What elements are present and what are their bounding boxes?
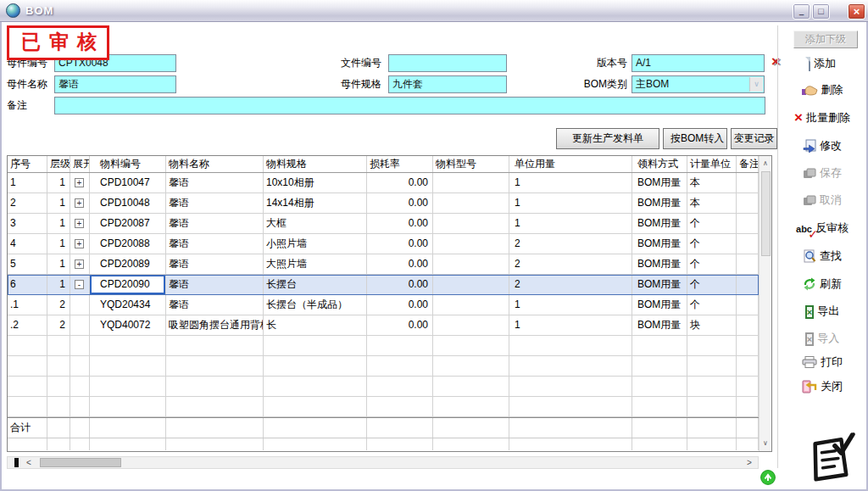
cell-level: 1 bbox=[47, 275, 70, 294]
cell-level: 1 bbox=[47, 234, 70, 254]
cell-loss: 0.00 bbox=[367, 315, 433, 335]
expand-icon[interactable]: + bbox=[75, 219, 84, 228]
parent-spec-field[interactable]: 九件套 bbox=[388, 75, 507, 93]
expand-icon[interactable]: + bbox=[75, 259, 84, 269]
empty-cell bbox=[632, 377, 687, 396]
table-row[interactable]: .12YQD20434馨语长摆台（半成品）0.001BOM用量个 bbox=[8, 295, 759, 315]
expand-icon[interactable]: + bbox=[75, 239, 84, 248]
cell-remark bbox=[737, 234, 759, 254]
column-header-qty[interactable]: 单位用量 bbox=[509, 156, 632, 172]
column-header-mode[interactable]: 领料方式 bbox=[632, 156, 687, 172]
cell-level: 1 bbox=[47, 193, 70, 213]
sidebar-button-batch-delete-x[interactable]: ×批量删除 bbox=[778, 109, 866, 127]
cell-spec: 14x14相册 bbox=[264, 193, 367, 213]
table-row[interactable]: 51+CPD20089馨语大照片墙0.002BOM用量个 bbox=[8, 254, 759, 275]
column-header-code[interactable]: 物料编号 bbox=[90, 156, 166, 172]
cell-expand: + bbox=[70, 214, 90, 233]
sidebar-button-unapprove-abc[interactable]: abc✓反审核 bbox=[778, 219, 866, 237]
empty-cell bbox=[166, 397, 264, 416]
filler-cell bbox=[687, 438, 737, 450]
sidebar-button-find-magnifier[interactable]: 查找 bbox=[778, 247, 866, 265]
footer-cell bbox=[70, 418, 90, 438]
empty-cell bbox=[367, 377, 433, 396]
sidebar-button-modify-arrow[interactable]: 修改 bbox=[778, 137, 866, 155]
expand-icon[interactable]: + bbox=[75, 198, 84, 208]
table-row[interactable]: 61-CPD20090馨语长摆台0.002BOM用量个 bbox=[8, 275, 759, 295]
import-excel-icon: × bbox=[805, 332, 814, 345]
column-header-name[interactable]: 物料名称 bbox=[166, 156, 264, 172]
cell-remark bbox=[737, 254, 759, 274]
cell-name: 馨语 bbox=[166, 254, 264, 274]
cell-mode: BOM用量 bbox=[632, 173, 687, 192]
sidebar-button-save-gray: 保存 bbox=[778, 164, 866, 182]
cell-qty: 1 bbox=[509, 295, 632, 315]
empty-cell bbox=[70, 336, 90, 355]
cell-mode: BOM用量 bbox=[632, 254, 687, 274]
horizontal-scroll-thumb[interactable] bbox=[40, 458, 121, 467]
sidebar-button-label: 反审核 bbox=[815, 220, 849, 236]
column-header-model[interactable]: 物料型号 bbox=[433, 156, 509, 172]
sidebar-button-delete-hand[interactable]: 删除 bbox=[778, 81, 866, 99]
empty-cell bbox=[264, 377, 367, 396]
add-child-button: 添加下级 bbox=[793, 31, 858, 48]
version-field[interactable]: A/1 bbox=[632, 54, 765, 72]
collapse-icon[interactable]: - bbox=[75, 280, 84, 289]
cell-mode: BOM用量 bbox=[632, 214, 687, 233]
remark-field[interactable] bbox=[54, 97, 765, 114]
parent-name-field[interactable]: 馨语 bbox=[54, 75, 176, 93]
bom-convert-button[interactable]: 按BOM转入 bbox=[663, 128, 727, 149]
column-header-loss[interactable]: 损耗率 bbox=[367, 156, 433, 172]
cell-model bbox=[433, 193, 509, 213]
sidebar-button-label: 导入 bbox=[817, 331, 839, 346]
vertical-scroll-thumb[interactable] bbox=[761, 171, 771, 256]
filler-cell bbox=[166, 438, 264, 450]
cell-model bbox=[433, 295, 509, 315]
empty-cell bbox=[166, 356, 264, 376]
update-production-issue-button[interactable]: 更新生产发料单 bbox=[556, 128, 659, 149]
cell-level: 1 bbox=[47, 254, 70, 274]
expand-icon[interactable]: + bbox=[75, 178, 84, 187]
cell-loss: 0.00 bbox=[367, 193, 433, 213]
column-header-spec[interactable]: 物料规格 bbox=[264, 156, 367, 172]
scroll-right-icon[interactable]: > bbox=[742, 457, 757, 468]
close-window-button[interactable]: × bbox=[848, 3, 865, 20]
cell-qty: 1 bbox=[509, 173, 632, 192]
sidebar-button-label: 添加 bbox=[814, 56, 836, 71]
sidebar-button-close-door[interactable]: 关闭 bbox=[778, 377, 866, 396]
column-header-level[interactable]: 层级 bbox=[47, 156, 70, 172]
column-header-unit[interactable]: 计量单位 bbox=[687, 156, 737, 172]
sidebar-button-print[interactable]: 打印 bbox=[778, 353, 866, 371]
scroll-down-icon[interactable]: ∨ bbox=[760, 437, 771, 449]
empty-row bbox=[8, 397, 759, 417]
maximize-button[interactable]: □ bbox=[812, 3, 830, 20]
vertical-scrollbar[interactable]: ∧ ∨ bbox=[759, 156, 771, 451]
grid-header: 序号层级展开物料编号物料名称物料规格损耗率物料型号单位用量领料方式计量单位备注 bbox=[8, 156, 759, 173]
cell-model bbox=[433, 315, 509, 335]
table-row[interactable]: .22YQD40072吸塑圆角摆台通用背板长0.001BOM用量块 bbox=[8, 315, 759, 336]
table-row[interactable]: 21+CPD10048馨语14x14相册0.001BOM用量本 bbox=[8, 193, 759, 214]
scroll-left-icon[interactable]: < bbox=[21, 457, 36, 468]
table-row[interactable]: 41+CPD20088馨语小照片墙0.002BOM用量个 bbox=[8, 234, 759, 254]
doc-code-field[interactable] bbox=[388, 54, 507, 72]
sidebar-button-export-excel[interactable]: ×导出 bbox=[778, 302, 866, 321]
close-door-icon bbox=[802, 380, 817, 393]
splitter-handle[interactable] bbox=[14, 458, 19, 467]
chevron-down-icon[interactable]: ∨ bbox=[749, 77, 763, 92]
scroll-up-icon[interactable]: ∧ bbox=[760, 157, 771, 170]
table-row[interactable]: 11+CPD10047馨语10x10相册0.001BOM用量本 bbox=[8, 173, 759, 193]
column-header-seq[interactable]: 序号 bbox=[8, 156, 47, 172]
bom-type-select[interactable]: 主BOM ∨ bbox=[632, 75, 765, 93]
sidebar-button-add-page[interactable]: 添加 bbox=[778, 54, 866, 73]
table-row[interactable]: 31+CPD20087馨语大框0.001BOM用量个 bbox=[8, 214, 759, 234]
cell-name: 馨语 bbox=[166, 234, 264, 254]
horizontal-scrollbar[interactable]: < > bbox=[7, 456, 759, 469]
column-header-remark[interactable]: 备注 bbox=[737, 156, 759, 172]
footer-cell bbox=[509, 418, 632, 438]
cell-level: 2 bbox=[47, 295, 70, 315]
column-header-expand[interactable]: 展开 bbox=[70, 156, 90, 172]
empty-cell bbox=[632, 397, 687, 416]
minimize-button[interactable]: – bbox=[793, 3, 810, 20]
cell-qty: 2 bbox=[509, 254, 632, 274]
sidebar-button-refresh-arrows[interactable]: 刷新 bbox=[778, 275, 866, 293]
change-log-button[interactable]: 变更记录 bbox=[731, 128, 777, 149]
